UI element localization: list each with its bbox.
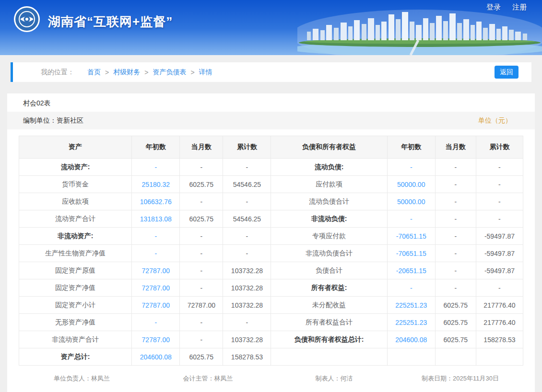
liability-month-value: 6025.75 bbox=[435, 331, 476, 348]
site-logo bbox=[13, 6, 40, 33]
liability-month-value: - bbox=[435, 245, 476, 262]
asset-month-value: - bbox=[180, 193, 223, 210]
prepared-by-label: 编制单位：资新社区 bbox=[23, 116, 83, 125]
table-row: 无形资产净值---所有者权益合计225251.236025.75217776.4… bbox=[19, 314, 523, 331]
table-row: 货币资金25180.326025.7554546.25应付款项50000.00-… bbox=[19, 176, 523, 193]
asset-cumulative-value: - bbox=[223, 159, 271, 176]
asset-cumulative-value: - bbox=[223, 314, 271, 331]
breadcrumb-item-home[interactable]: 首页 bbox=[87, 68, 101, 77]
asset-year-begin-value[interactable]: 204600.08 bbox=[132, 348, 180, 366]
preparer-label: 制表人：何洁 bbox=[271, 374, 397, 383]
liability-name-cell: 专项应付款 bbox=[271, 228, 387, 245]
currency-unit-label: 单位（元） bbox=[478, 116, 512, 125]
breadcrumb-item-balance-sheet[interactable]: 资产负债表 bbox=[153, 68, 186, 77]
asset-cumulative-value: 54546.25 bbox=[223, 176, 271, 193]
liability-year-begin-value[interactable]: - bbox=[387, 210, 435, 228]
liability-cumulative-value: -59497.87 bbox=[476, 228, 523, 245]
asset-name-cell: 应收款项 bbox=[19, 193, 132, 210]
liability-cumulative-value: - bbox=[476, 159, 523, 176]
asset-year-begin-value[interactable]: 106632.76 bbox=[132, 193, 180, 210]
liability-name-cell: 负债和所有者权益总计: bbox=[271, 331, 387, 348]
asset-month-value: 72787.00 bbox=[180, 297, 223, 314]
table-row: 应收款项106632.76--流动负债合计50000.00-- bbox=[19, 193, 523, 210]
asset-year-begin-value[interactable]: 25180.32 bbox=[132, 176, 180, 193]
asset-name-cell: 非流动资产: bbox=[19, 228, 132, 245]
asset-year-begin-value[interactable]: 72787.00 bbox=[132, 262, 180, 279]
liability-month-value: - bbox=[435, 176, 476, 193]
liability-year-begin-value[interactable]: 225251.23 bbox=[387, 314, 435, 331]
unit-head-label: 单位负责人：林凤兰 bbox=[19, 374, 145, 383]
liability-month-value: 6025.75 bbox=[435, 297, 476, 314]
liability-cumulative-value: - bbox=[476, 176, 523, 193]
asset-month-value: - bbox=[180, 279, 223, 297]
asset-name-cell: 流动资产: bbox=[19, 159, 132, 176]
liability-cumulative-value: 158278.53 bbox=[476, 331, 523, 348]
asset-year-begin-value[interactable]: 72787.00 bbox=[132, 331, 180, 348]
asset-month-value: 6025.75 bbox=[180, 210, 223, 228]
asset-cumulative-value: - bbox=[223, 193, 271, 210]
asset-month-value: - bbox=[180, 314, 223, 331]
asset-year-begin-value[interactable]: - bbox=[132, 245, 180, 262]
back-button[interactable]: 返回 bbox=[495, 66, 518, 79]
asset-month-value: 6025.75 bbox=[180, 176, 223, 193]
register-link[interactable]: 注册 bbox=[512, 3, 527, 12]
balance-table-body: 流动资产:---流动负债:---货币资金25180.326025.7554546… bbox=[19, 159, 523, 366]
breadcrumb-item-village-finance[interactable]: 村级财务 bbox=[113, 68, 140, 77]
asset-year-begin-value[interactable]: 72787.00 bbox=[132, 279, 180, 297]
liability-year-begin-value[interactable]: - bbox=[387, 279, 435, 297]
site-header: 湖南省“互联网+监督” 登录 注册 bbox=[0, 0, 542, 55]
liability-cumulative-value: - bbox=[476, 210, 523, 228]
liability-cumulative-value bbox=[476, 348, 523, 366]
liability-year-begin-value[interactable]: -70651.15 bbox=[387, 228, 435, 245]
table-row: 流动资产合计131813.086025.7554546.25非流动负债:--- bbox=[19, 210, 523, 228]
col-header-asset-current-month: 当月数 bbox=[180, 136, 223, 159]
asset-month-value: - bbox=[180, 331, 223, 348]
report-card: 村会02表 编制单位：资新社区 单位（元） 资产 年初数 当月数 累计数 负债和… bbox=[7, 93, 535, 392]
asset-cumulative-value: - bbox=[223, 245, 271, 262]
asset-name-cell: 无形资产净值 bbox=[19, 314, 132, 331]
asset-cumulative-value: 103732.28 bbox=[223, 331, 271, 348]
liability-year-begin-value[interactable]: 50000.00 bbox=[387, 193, 435, 210]
liability-year-begin-value[interactable]: 50000.00 bbox=[387, 176, 435, 193]
liability-year-begin-value[interactable]: - bbox=[387, 159, 435, 176]
liability-year-begin-value[interactable]: 204600.08 bbox=[387, 331, 435, 348]
report-date-label: 制表日期：2025年11月30日 bbox=[397, 374, 523, 383]
asset-name-cell: 固定资产净值 bbox=[19, 279, 132, 297]
liability-name-cell: 所有者权益合计 bbox=[271, 314, 387, 331]
asset-year-begin-value[interactable]: - bbox=[132, 228, 180, 245]
asset-month-value: - bbox=[180, 262, 223, 279]
asset-year-begin-value[interactable]: 131813.08 bbox=[132, 210, 180, 228]
asset-name-cell: 固定资产小计 bbox=[19, 297, 132, 314]
accounting-supervisor-label: 会计主管：林凤兰 bbox=[145, 374, 271, 383]
liability-year-begin-value[interactable]: -20651.15 bbox=[387, 262, 435, 279]
table-header-row: 资产 年初数 当月数 累计数 负债和所有者权益 年初数 当月数 累计数 bbox=[19, 136, 523, 159]
asset-year-begin-value[interactable]: - bbox=[132, 314, 180, 331]
login-link[interactable]: 登录 bbox=[486, 3, 501, 12]
liability-cumulative-value: 217776.40 bbox=[476, 314, 523, 331]
liability-name-cell: 非流动负债: bbox=[271, 210, 387, 228]
liability-cumulative-value: -59497.87 bbox=[476, 245, 523, 262]
liability-month-value: - bbox=[435, 193, 476, 210]
breadcrumb-item-detail[interactable]: 详情 bbox=[199, 68, 212, 77]
liability-year-begin-value[interactable]: -70651.15 bbox=[387, 245, 435, 262]
asset-year-begin-value[interactable]: 72787.00 bbox=[132, 297, 180, 314]
breadcrumb: 我的位置： 首页 > 村级财务 > 资产负债表 > 详情 返回 bbox=[11, 62, 531, 82]
liability-name-cell: 所有者权益: bbox=[271, 279, 387, 297]
site-title: 湖南省“互联网+监督” bbox=[48, 13, 173, 30]
liability-month-value: 6025.75 bbox=[435, 314, 476, 331]
asset-cumulative-value: - bbox=[223, 228, 271, 245]
table-row: 非流动资产合计72787.00-103732.28负债和所有者权益总计:2046… bbox=[19, 331, 523, 348]
asset-name-cell: 资产总计: bbox=[19, 348, 132, 366]
breadcrumb-separator: > bbox=[144, 69, 148, 76]
asset-year-begin-value[interactable]: - bbox=[132, 159, 180, 176]
asset-cumulative-value: 103732.28 bbox=[223, 262, 271, 279]
asset-month-value: - bbox=[180, 159, 223, 176]
liability-year-begin-value[interactable]: 225251.23 bbox=[387, 297, 435, 314]
asset-name-cell: 固定资产原值 bbox=[19, 262, 132, 279]
liability-month-value: - bbox=[435, 210, 476, 228]
asset-month-value: - bbox=[180, 228, 223, 245]
liability-name-cell: 流动负债合计 bbox=[271, 193, 387, 210]
col-header-liability-current-month: 当月数 bbox=[435, 136, 476, 159]
table-row: 非流动资产:---专项应付款-70651.15--59497.87 bbox=[19, 228, 523, 245]
signature-row: 单位负责人：林凤兰 会计主管：林凤兰 制表人：何洁 制表日期：2025年11月3… bbox=[19, 366, 523, 392]
